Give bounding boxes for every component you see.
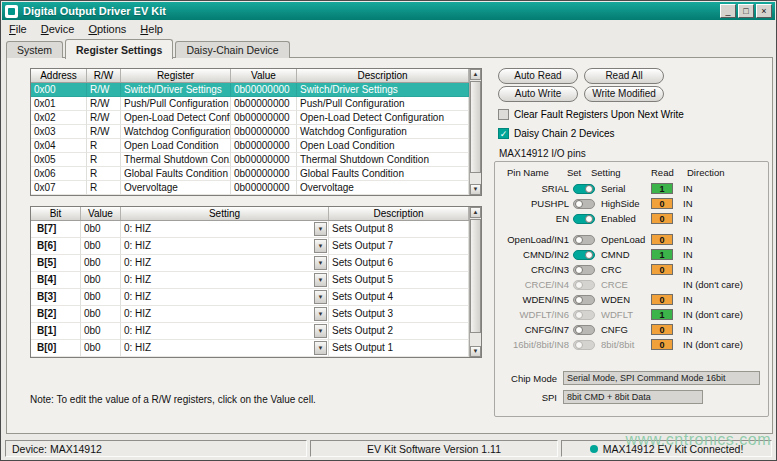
tab-system[interactable]: System [6, 41, 63, 58]
bit-name-cell: B[0] [31, 340, 81, 357]
scroll-up-icon[interactable]: ▲ [470, 207, 481, 218]
dropdown-arrow-icon[interactable]: ▼ [314, 290, 327, 304]
bit-setting-dropdown[interactable]: 0: HIZ▼ [121, 238, 329, 255]
bit-name-cell: B[5] [31, 255, 81, 272]
pin-toggle-switch[interactable] [573, 280, 595, 290]
register-description-cell: Switch/Driver Settings [297, 83, 469, 97]
bit-value-cell: 0b0 [81, 255, 121, 272]
menu-device[interactable]: Device [34, 21, 82, 37]
bit-name-cell: B[7] [31, 221, 81, 238]
pin-toggle-switch[interactable] [573, 265, 595, 275]
pin-toggle-switch[interactable] [573, 340, 595, 350]
bit-table-scrollbar[interactable]: ▲ ▼ [469, 207, 481, 357]
register-row-0x06[interactable]: 0x06RGlobal Faults Condition0b00000000Gl… [31, 167, 469, 181]
pin-direction-label: IN [683, 249, 693, 260]
maximize-icon[interactable]: □ [738, 4, 754, 18]
bit-setting-value: 0: HIZ [124, 274, 151, 285]
pin-toggle-switch[interactable] [573, 295, 595, 305]
pin-name-label: SRIAL [503, 183, 569, 194]
register-value-cell[interactable]: 0b00000000 [231, 125, 297, 139]
toggle-knob [575, 296, 583, 304]
bit-setting-dropdown[interactable]: 0: HIZ▼ [121, 306, 329, 323]
checkbox-daisy-chain-2-devices[interactable]: Daisy Chain 2 Devices [498, 127, 684, 140]
pin-toggle-switch[interactable] [573, 184, 595, 194]
pin-read-indicator: 0 [651, 198, 673, 209]
register-row-0x03[interactable]: 0x03R/WWatchdog Configuration0b00000000W… [31, 125, 469, 139]
pin-name-label: WDEN/IN5 [503, 294, 569, 305]
bit-setting-dropdown[interactable]: 0: HIZ▼ [121, 289, 329, 306]
read-all-button[interactable]: Read All [584, 68, 664, 84]
register-address-cell: 0x04 [31, 139, 87, 153]
io-pin-row-cmnd-in2: CMND/IN2CMND1IN [503, 247, 768, 262]
auto-read-button[interactable]: Auto Read [498, 68, 578, 84]
bit-name-cell: B[1] [31, 323, 81, 340]
dropdown-arrow-icon[interactable]: ▼ [314, 273, 327, 287]
register-value-cell[interactable]: 0b00000000 [231, 97, 297, 111]
scroll-down-icon[interactable]: ▼ [470, 184, 481, 195]
pin-name-label: PUSHPL [503, 198, 569, 209]
checkbox-box[interactable] [498, 109, 509, 120]
bit-row-b-1: B[1]0b00: HIZ▼Sets Output 2 [31, 323, 469, 340]
register-row-0x07[interactable]: 0x07ROvervoltage0b00000000Overvoltage [31, 181, 469, 195]
toggle-knob [575, 326, 583, 334]
pin-toggle-switch[interactable] [573, 199, 595, 209]
pin-setting-label: WDEN [601, 294, 649, 305]
close-icon[interactable]: × [756, 4, 772, 18]
bit-setting-dropdown[interactable]: 0: HIZ▼ [121, 272, 329, 289]
pin-toggle-switch[interactable] [573, 325, 595, 335]
scrollbar-thumb[interactable] [470, 81, 481, 173]
checkbox-box[interactable] [498, 128, 509, 139]
bit-value-cell: 0b0 [81, 340, 121, 357]
tab-daisy-chain-device[interactable]: Daisy-Chain Device [175, 41, 289, 58]
register-row-0x05[interactable]: 0x05RThermal Shutdown Con...0b00000000Th… [31, 153, 469, 167]
title-bar[interactable]: Digital Output Driver EV Kit _ □ × [2, 2, 775, 20]
toggle-knob [585, 251, 593, 259]
write-modified-button[interactable]: Write Modified [584, 86, 664, 102]
dropdown-arrow-icon[interactable]: ▼ [314, 341, 327, 355]
pin-toggle-switch[interactable] [573, 250, 595, 260]
window-title: Digital Output Driver EV Kit [23, 5, 718, 17]
register-value-cell[interactable]: 0b00000000 [231, 111, 297, 125]
scroll-up-icon[interactable]: ▲ [470, 69, 481, 80]
menu-options[interactable]: Options [81, 21, 133, 37]
scrollbar-thumb[interactable] [470, 219, 481, 333]
bit-setting-dropdown[interactable]: 0: HIZ▼ [121, 255, 329, 272]
pin-read-indicator: 0 [651, 234, 673, 245]
dropdown-arrow-icon[interactable]: ▼ [314, 256, 327, 270]
checkbox-clear-fault-registers-upon-next-write[interactable]: Clear Fault Registers Upon Next Write [498, 108, 684, 121]
bit-setting-dropdown[interactable]: 0: HIZ▼ [121, 323, 329, 340]
minimize-icon[interactable]: _ [720, 4, 736, 18]
register-row-0x00[interactable]: 0x00R/WSwitch/Driver Settings0b00000000S… [31, 83, 469, 97]
register-description-cell: Overvoltage [297, 181, 469, 195]
pin-toggle-switch[interactable] [573, 235, 595, 245]
pin-toggle-switch[interactable] [573, 214, 595, 224]
io-col-pin-name: Pin Name [507, 167, 549, 178]
dropdown-arrow-icon[interactable]: ▼ [314, 222, 327, 236]
io-pin-row-wdflt-in6: WDFLT/IN6WDFLT1IN (don't care) [503, 307, 768, 322]
register-row-0x02[interactable]: 0x02R/WOpen-Load Detect Confi...0b000000… [31, 111, 469, 125]
register-row-0x04[interactable]: 0x04ROpen Load Condition0b00000000Open L… [31, 139, 469, 153]
dropdown-arrow-icon[interactable]: ▼ [314, 307, 327, 321]
pin-direction-label: IN (don't care) [683, 309, 743, 320]
chip-mode-row: Chip Mode Serial Mode, SPI Command Mode … [495, 371, 760, 385]
dropdown-arrow-icon[interactable]: ▼ [314, 239, 327, 253]
bit-setting-dropdown[interactable]: 0: HIZ▼ [121, 221, 329, 238]
auto-write-button[interactable]: Auto Write [498, 86, 578, 102]
register-col-value: Value [231, 69, 297, 82]
menu-file[interactable]: File [2, 21, 34, 37]
menu-help[interactable]: Help [133, 21, 170, 37]
scroll-down-icon[interactable]: ▼ [470, 346, 481, 357]
dropdown-arrow-icon[interactable]: ▼ [314, 324, 327, 338]
bit-value-cell: 0b0 [81, 272, 121, 289]
bit-setting-dropdown[interactable]: 0: HIZ▼ [121, 340, 329, 357]
register-address-cell: 0x01 [31, 97, 87, 111]
register-table-scrollbar[interactable]: ▲ ▼ [469, 69, 481, 195]
tab-register-settings[interactable]: Register Settings [65, 39, 173, 59]
pin-name-label: CNFG/IN7 [503, 324, 569, 335]
register-name-cell: Open-Load Detect Confi... [121, 111, 231, 125]
io-pin-row-openload-in1: OpenLoad/IN1OpenLoad0IN [503, 232, 768, 247]
checkbox-label: Clear Fault Registers Upon Next Write [514, 109, 684, 120]
register-value-cell[interactable]: 0b00000000 [231, 83, 297, 97]
pin-toggle-switch[interactable] [573, 310, 595, 320]
register-row-0x01[interactable]: 0x01R/WPush/Pull Configuration0b00000000… [31, 97, 469, 111]
